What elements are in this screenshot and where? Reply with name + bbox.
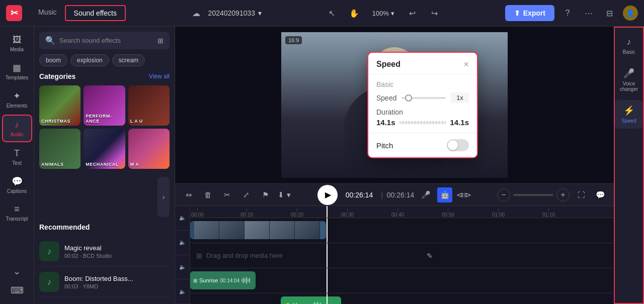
fullscreen-btn[interactable]: ⛶ xyxy=(574,187,589,202)
sidebar-bottom: ⌄ ⌨ xyxy=(2,262,32,300)
avatar[interactable]: 👤 xyxy=(623,6,638,21)
edit-icon[interactable]: ✎ xyxy=(427,252,433,260)
speed-close-button[interactable]: × xyxy=(463,60,469,69)
category-mechanical[interactable]: MECHANICAL xyxy=(84,129,125,169)
sidebar-item-audio[interactable]: ♪ Audio xyxy=(2,115,32,142)
pointer-tool[interactable]: ↖ xyxy=(324,5,340,21)
track-drag-drop[interactable]: ⊞ Drag and drop media here ✎ xyxy=(190,243,614,268)
redo-btn[interactable]: ↪ xyxy=(427,5,443,21)
more-icon[interactable]: ⋯ xyxy=(581,5,597,21)
categories-next-arrow[interactable]: › xyxy=(157,177,170,217)
delete-btn[interactable]: 🗑 xyxy=(200,187,215,202)
sidebar-item-elements[interactable]: ✦ Elements xyxy=(2,86,32,113)
sidebar-item-text[interactable]: T Text xyxy=(2,144,32,170)
tag-explosion[interactable]: explosion xyxy=(70,54,109,66)
tick-0030: 00:30 xyxy=(341,208,354,218)
category-animals[interactable]: ANIMALS xyxy=(39,129,80,169)
clip-video[interactable] xyxy=(190,221,326,239)
text-icon: T xyxy=(14,148,20,159)
basic-label: Basic xyxy=(623,49,635,55)
pitch-toggle[interactable] xyxy=(447,139,469,151)
snap-btn[interactable]: ⧏⧐ xyxy=(456,187,471,202)
align-btn[interactable]: ⇔ xyxy=(181,187,196,202)
transcript-icon: ≡ xyxy=(14,204,20,215)
categories-header: Categories View all xyxy=(39,72,170,80)
category-laughter[interactable]: L A U xyxy=(128,85,170,126)
track-sunrise[interactable]: ⊞ Sunrise 00:14:04 xyxy=(190,268,614,293)
flag-btn[interactable]: ⚑ xyxy=(258,187,273,202)
speed-panel-label: Speed xyxy=(622,118,636,124)
view-all-link[interactable]: View all xyxy=(149,73,170,80)
voice-enhance-btn[interactable]: 🤖 xyxy=(437,187,452,202)
split-btn[interactable]: ✂ xyxy=(219,187,234,202)
cloud-icon[interactable]: ☁ xyxy=(188,5,204,21)
right-panel-voice-changer[interactable]: 🎤 Voice changer xyxy=(615,63,643,97)
center-area: 16:9 Speed × Basic Speed xyxy=(175,27,614,304)
zoom-slider[interactable] xyxy=(513,194,553,196)
play-button[interactable]: ▶ xyxy=(317,185,338,205)
video-thumbnails xyxy=(194,221,320,239)
timeline-toolbar: ⇔ 🗑 ✂ ⤢ ⚑ ⬇ ▾ ▶ 00:26:14 | 00:26:14 🎤 🤖 … xyxy=(175,184,614,206)
zoom-out-btn[interactable]: − xyxy=(497,188,510,201)
volume-icon-happy[interactable]: 🔈 xyxy=(179,288,186,295)
right-panel-speed[interactable]: ⚡ Speed xyxy=(615,100,643,129)
track-control-sunrise: 🔈 xyxy=(175,255,190,280)
sidebar-label-media: Media xyxy=(10,47,24,52)
sidebar-keyboard[interactable]: ⌨ xyxy=(2,281,32,300)
nav-music[interactable]: Music xyxy=(30,5,65,21)
sound-meta-boom: 00:03 · Y8MD xyxy=(64,283,133,289)
sidebar-item-media[interactable]: 🖼 Media xyxy=(2,31,32,56)
happy-waveform xyxy=(312,300,321,304)
filter-icon[interactable]: ⊞ xyxy=(157,37,164,45)
tick-0020: 00:20 xyxy=(291,208,303,218)
category-misc[interactable]: M A xyxy=(128,129,170,169)
drag-text: Drag and drop media here xyxy=(206,252,283,259)
category-label-animals: ANIMALS xyxy=(41,162,64,167)
thumb-5 xyxy=(295,221,320,239)
sound-item-magic-reveal[interactable]: ♪ Magic reveal 00:02 · BCD Studio xyxy=(39,236,170,267)
volume-icon-drag[interactable]: 🔈 xyxy=(179,239,186,246)
elements-icon: ✦ xyxy=(13,90,21,102)
captions-icon: 💬 xyxy=(12,176,23,187)
track-happy[interactable]: 😊 Happy xyxy=(190,293,614,304)
undo-btn[interactable]: ↩ xyxy=(405,5,421,21)
sidebar-item-captions[interactable]: 💬 Captions xyxy=(2,172,32,198)
download-btn[interactable]: ⬇ ▾ xyxy=(277,187,292,202)
export-button[interactable]: ⬆ Export xyxy=(505,5,554,21)
zoom-control[interactable]: 100% ▾ xyxy=(368,8,398,19)
recommended-section: Recommended ♪ Magic reveal 00:02 · BCD S… xyxy=(39,223,170,297)
topbar-nav: Music Sound effects xyxy=(30,5,126,21)
search-input[interactable] xyxy=(59,37,153,44)
clip-happy[interactable]: 😊 Happy xyxy=(281,296,341,304)
project-selector[interactable]: 202402091033 ▾ xyxy=(208,9,262,17)
split-view-icon[interactable]: ⊟ xyxy=(602,5,618,21)
tag-boom[interactable]: boom xyxy=(39,54,67,66)
speed-slider[interactable] xyxy=(401,97,446,99)
sunrise-waveform xyxy=(242,275,250,285)
transform-btn[interactable]: ⤢ xyxy=(238,187,254,202)
playhead-sunrise xyxy=(327,268,328,293)
zoom-in-btn[interactable]: + xyxy=(556,188,570,201)
sound-icon-boom: ♪ xyxy=(39,272,59,292)
speed-value: 1x xyxy=(451,92,469,103)
comment-btn[interactable]: 💬 xyxy=(593,187,608,202)
sound-item-boom[interactable]: ♪ Boom: Distorted Bass... 00:03 · Y8MD xyxy=(39,267,170,297)
track-video[interactable] xyxy=(190,218,614,243)
nav-sound-effects[interactable]: Sound effects xyxy=(65,5,126,21)
volume-icon-sunrise[interactable]: 🔈 xyxy=(179,264,186,270)
sidebar-collapse[interactable]: ⌄ xyxy=(2,262,32,281)
hand-tool[interactable]: ✋ xyxy=(346,5,362,21)
volume-icon-video[interactable]: 🔈 xyxy=(179,215,186,221)
sidebar: 🖼 Media ▦ Templates ✦ Elements ♪ Audio T… xyxy=(0,27,34,304)
sidebar-item-transcript[interactable]: ≡ Transcript xyxy=(2,200,32,226)
tag-scream[interactable]: scream xyxy=(112,54,145,66)
category-performance[interactable]: PERFORM-ANCE xyxy=(84,85,125,126)
help-icon[interactable]: ? xyxy=(559,5,576,21)
sidebar-item-templates[interactable]: ▦ Templates xyxy=(2,58,32,84)
right-panel-basic[interactable]: ♪ Basic xyxy=(615,32,643,60)
timeline-total-time: 00:26:14 xyxy=(387,191,415,199)
tick-0040: 00:40 xyxy=(391,208,404,218)
category-christmas[interactable]: CHRISTMAS xyxy=(39,85,80,126)
clip-sunrise[interactable]: ⊞ Sunrise 00:14:04 xyxy=(190,271,256,289)
mic-btn[interactable]: 🎤 xyxy=(418,187,433,202)
